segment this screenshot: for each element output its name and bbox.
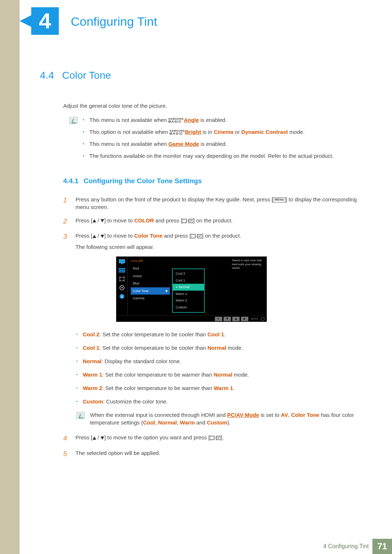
page-number: 71	[372, 539, 392, 554]
osd-down-btn	[224, 317, 231, 321]
note-item: This option is not available when SAMSUN…	[83, 128, 334, 136]
steps-list-continued: 4 Press [ / ] to move to the option you …	[63, 434, 359, 459]
osd-menu-item: Gamma	[131, 295, 170, 302]
osd-auto-label: AUTO	[251, 317, 258, 321]
enter-icon	[182, 219, 193, 223]
menu-button-icon: MENU	[273, 197, 286, 202]
desc-item: Custom: Customize the color tone.	[76, 398, 359, 405]
step-2: 2 Press [ / ] to move to COLOR and press…	[63, 217, 359, 226]
game-mode-link[interactable]: Game Mode	[168, 141, 199, 147]
subsection-number: 4.4.1	[63, 176, 78, 186]
note-icon	[69, 117, 78, 124]
note-list: This menu is not available when SAMSUNGM…	[83, 116, 334, 164]
svg-rect-0	[182, 219, 187, 223]
chapter-number: 4	[39, 6, 51, 36]
osd-option: Warm 2	[173, 297, 204, 304]
desc-item: Warm 1: Set the color temperature to be …	[76, 371, 359, 378]
desc-item: Cool 1: Set the color temperature to be …	[76, 344, 359, 352]
svg-rect-4	[119, 259, 125, 263]
osd-option: Cool 2	[173, 270, 204, 277]
osd-menu-item: Red	[131, 265, 170, 272]
note-icon	[76, 412, 85, 419]
desc-item: Normal: Display the standard color tone.	[76, 357, 359, 365]
note-text: When the external input is connected thr…	[90, 411, 359, 426]
svg-rect-6	[119, 268, 125, 269]
section-heading: 4.4 Color Tone	[40, 68, 359, 82]
desc-item: Warm 2: Set the color temperature to be …	[76, 384, 359, 392]
osd-option: Warm 1	[173, 291, 204, 297]
svg-rect-14	[210, 436, 214, 440]
subsection-title: Configuring the Color Tone Settings	[83, 176, 202, 186]
angle-link[interactable]: Angle	[184, 117, 199, 123]
svg-rect-5	[121, 263, 123, 264]
osd-power-icon	[261, 317, 265, 321]
chapter-number-tab: 4	[31, 7, 59, 35]
down-arrow-icon	[101, 219, 104, 222]
info-block-2: When the external input is connected thr…	[76, 411, 359, 426]
osd-right-btn	[241, 317, 248, 321]
bright-link[interactable]: Bright	[185, 129, 201, 135]
steps-list: 1 Press any button on the front of the p…	[63, 196, 359, 251]
note-item: The functions available on the monitor m…	[83, 152, 334, 160]
osd-menu-item-selected: Color Tone	[131, 287, 170, 295]
enter-icon	[191, 234, 202, 238]
page-footer: 4 Configuring Tint 71	[0, 539, 392, 554]
page-content: 4.4 Color Tone Adjust the general color …	[40, 68, 359, 465]
up-arrow-icon	[93, 436, 96, 440]
up-arrow-icon	[93, 219, 96, 222]
osd-sidebar: i	[116, 257, 128, 315]
osd-option: Custom	[173, 304, 204, 311]
svg-point-11	[121, 287, 123, 288]
osd-up-btn	[232, 317, 240, 321]
footer-chapter-ref: 4 Configuring Tint	[323, 542, 369, 550]
note-item: This menu is not available when SAMSUNGM…	[83, 116, 334, 124]
desc-item: Cool 2: Set the color temperature to be …	[76, 331, 359, 338]
option-descriptions: Cool 2: Set the color temperature to be …	[76, 331, 359, 405]
step-5: 5 The selected option will be applied.	[63, 449, 359, 459]
chapter-title: Configuring Tint	[71, 13, 157, 30]
step-4: 4 Press [ / ] to move to the option you …	[63, 434, 359, 443]
section-number: 4.4	[40, 68, 54, 82]
info-block: This menu is not available when SAMSUNGM…	[69, 116, 359, 164]
osd-screenshot: i COLOR Red Green Blue Color Tone Gamma …	[116, 257, 267, 322]
osd-option: Cool 1	[173, 277, 204, 284]
down-arrow-icon	[101, 436, 104, 440]
osd-menu-item: Blue	[131, 280, 170, 287]
section-title: Color Tone	[62, 68, 111, 82]
enter-icon	[210, 436, 221, 440]
svg-rect-2	[191, 234, 195, 238]
chevron-right-icon	[166, 290, 168, 292]
samsung-magic-label: SAMSUNGMAGIC	[170, 130, 185, 135]
osd-button-bar: ✕ AUTO	[116, 315, 267, 322]
subsection-heading: 4.4.1 Configuring the Color Tone Setting…	[63, 176, 359, 186]
osd-help-text: Select a color tone that best suits your…	[232, 259, 265, 270]
osd-close-btn: ✕	[215, 317, 222, 321]
svg-rect-7	[119, 270, 125, 271]
step-1: 1 Press any button on the front of the p…	[63, 196, 359, 211]
up-arrow-icon	[93, 235, 96, 238]
note-item: This menu is not available when Game Mod…	[83, 140, 334, 148]
step-3: 3 Press [ / ] to move to Color Tone and …	[63, 232, 359, 251]
intro-text: Adjust the general color tone of the pic…	[63, 102, 359, 110]
osd-option-selected: Normal	[173, 284, 204, 291]
sidebar-stripe	[0, 0, 20, 554]
osd-size-icon	[118, 276, 126, 282]
osd-menu-item: Green	[131, 272, 170, 280]
samsung-magic-label: SAMSUNGMAGIC	[168, 118, 184, 123]
osd-picture-icon	[118, 259, 126, 264]
osd-options-popup: Cool 2 Cool 1 Normal Warm 1 Warm 2 Custo…	[172, 268, 205, 313]
svg-text:i: i	[121, 295, 122, 299]
osd-settings-icon	[118, 285, 126, 291]
svg-rect-8	[119, 271, 125, 272]
osd-menu-list: Red Green Blue Color Tone Gamma	[131, 265, 170, 313]
down-arrow-icon	[101, 235, 104, 238]
osd-list-icon	[118, 267, 126, 273]
osd-info-icon: i	[118, 294, 126, 299]
pc-av-mode-link[interactable]: PC/AV Mode	[227, 412, 259, 418]
